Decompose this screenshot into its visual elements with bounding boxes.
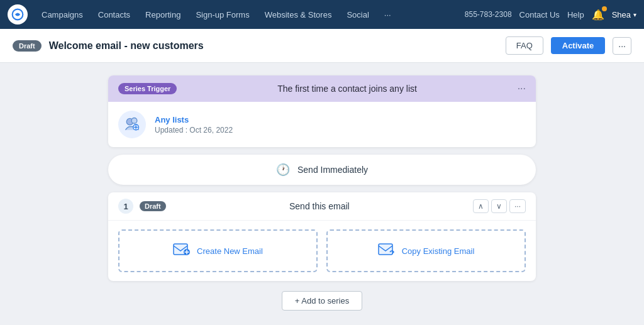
navbar: Campaigns Contacts Reporting Sign-up For… <box>0 0 644 29</box>
send-immediately-button[interactable]: 🕐 Send Immediately <box>108 155 536 185</box>
trigger-icon <box>118 111 146 138</box>
trigger-header: Series Trigger The first time a contact … <box>108 75 536 102</box>
page-title: Welcome email - new customers <box>49 40 498 52</box>
activate-button[interactable]: Activate <box>551 37 606 54</box>
email-move-down-button[interactable]: ∨ <box>491 199 507 213</box>
status-badge: Draft <box>13 40 42 52</box>
chevron-down-icon: ▾ <box>633 11 636 18</box>
nav-signup-forms[interactable]: Sign-up Forms <box>189 8 255 22</box>
email-card-actions: ∧ ∨ ··· <box>473 199 526 213</box>
trigger-updated: Updated : Oct 26, 2022 <box>155 126 233 135</box>
nav-phone: 855-783-2308 <box>465 10 512 19</box>
clock-icon: 🕐 <box>276 163 290 177</box>
nav-notification-badge <box>602 6 607 11</box>
nav-right: 855-783-2308 Contact Us Help 🔔 Shea ▾ <box>465 9 636 21</box>
email-card-body: Create New Email Copy Existing Email <box>108 221 536 281</box>
create-new-email-button[interactable]: Create New Email <box>118 229 318 272</box>
nav-bell-icon[interactable]: 🔔 <box>592 9 604 21</box>
trigger-more-button[interactable]: ··· <box>518 83 526 94</box>
email-step-card: 1 Draft Send this email ∧ ∨ ··· C <box>108 192 536 281</box>
email-move-up-button[interactable]: ∧ <box>473 199 489 213</box>
nav-more[interactable]: ··· <box>378 8 397 22</box>
nav-username: Shea <box>612 10 631 19</box>
add-to-series-button[interactable]: + Add to series <box>282 291 362 311</box>
copy-existing-email-label: Copy Existing Email <box>402 246 475 256</box>
create-email-icon <box>173 242 191 260</box>
create-new-email-label: Create New Email <box>197 246 263 256</box>
email-card-header: 1 Draft Send this email ∧ ∨ ··· <box>108 192 536 221</box>
trigger-info: Any lists Updated : Oct 26, 2022 <box>155 115 233 135</box>
copy-email-icon <box>378 242 396 260</box>
add-to-series-wrap: + Add to series <box>282 291 362 311</box>
email-send-label: Send this email <box>172 201 467 211</box>
nav-user-menu[interactable]: Shea ▾ <box>612 10 636 19</box>
svg-point-2 <box>131 118 137 124</box>
send-immediately-label: Send Immediately <box>297 165 368 175</box>
trigger-list-name[interactable]: Any lists <box>155 115 233 124</box>
main-content: Series Trigger The first time a contact … <box>0 63 644 325</box>
trigger-card: Series Trigger The first time a contact … <box>108 75 536 147</box>
trigger-body: Any lists Updated : Oct 26, 2022 <box>108 102 536 147</box>
header-bar: Draft Welcome email - new customers FAQ … <box>0 29 644 63</box>
nav-social[interactable]: Social <box>340 8 375 22</box>
series-trigger-badge: Series Trigger <box>118 83 177 94</box>
trigger-description: The first time a contact joins any list <box>184 84 509 94</box>
nav-reporting[interactable]: Reporting <box>139 8 187 22</box>
nav-websites[interactable]: Websites & Stores <box>258 8 338 22</box>
nav-contacts[interactable]: Contacts <box>92 8 136 22</box>
header-more-button[interactable]: ··· <box>613 37 631 55</box>
faq-button[interactable]: FAQ <box>506 36 543 55</box>
svg-rect-6 <box>379 244 392 255</box>
copy-existing-email-button[interactable]: Copy Existing Email <box>326 229 526 272</box>
email-draft-badge: Draft <box>140 201 166 211</box>
logo[interactable] <box>8 4 28 25</box>
email-more-button[interactable]: ··· <box>509 199 526 213</box>
email-step-number: 1 <box>118 199 133 214</box>
nav-contact-us[interactable]: Contact Us <box>519 10 560 19</box>
nav-campaigns[interactable]: Campaigns <box>35 8 89 22</box>
nav-help[interactable]: Help <box>567 10 584 19</box>
